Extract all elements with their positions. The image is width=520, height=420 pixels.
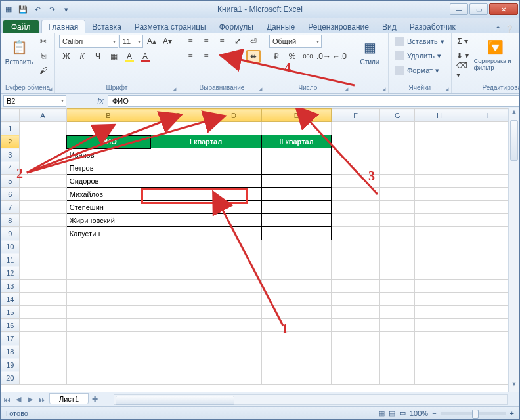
row-header[interactable]: 2: [1, 135, 20, 148]
cell[interactable]: [380, 306, 415, 319]
tab-view[interactable]: Вид: [376, 20, 403, 33]
cell[interactable]: [66, 253, 150, 266]
cell[interactable]: [261, 266, 331, 280]
row-header[interactable]: 5: [1, 175, 20, 188]
paste-button[interactable]: 📋 Вставить: [5, 35, 33, 66]
cell[interactable]: [206, 240, 261, 253]
cell[interactable]: [380, 188, 415, 201]
underline-button[interactable]: Ч: [91, 50, 105, 63]
cell[interactable]: [150, 345, 206, 358]
cell[interactable]: [261, 293, 331, 306]
cell[interactable]: Степешин: [66, 201, 150, 214]
cell[interactable]: [415, 306, 464, 319]
new-sheet-icon[interactable]: ✚: [89, 395, 100, 404]
number-format-combo[interactable]: Общий: [269, 35, 322, 48]
cell[interactable]: [415, 214, 464, 227]
cell[interactable]: [464, 358, 512, 371]
cell[interactable]: [332, 266, 380, 280]
cell[interactable]: [332, 122, 380, 135]
cell[interactable]: [380, 161, 415, 175]
row-header[interactable]: 1: [1, 122, 20, 135]
cell[interactable]: [19, 345, 66, 358]
cell[interactable]: [150, 266, 206, 280]
cell[interactable]: [261, 227, 331, 240]
cell[interactable]: [464, 122, 512, 135]
cell[interactable]: [19, 280, 66, 293]
qat-save-icon[interactable]: 💾: [16, 3, 30, 16]
autosum-icon[interactable]: Σ ▾: [456, 35, 470, 48]
close-button[interactable]: ✕: [489, 3, 518, 15]
cell[interactable]: Жириновский: [66, 214, 150, 227]
cell[interactable]: [66, 332, 150, 345]
cell[interactable]: [464, 148, 512, 161]
cell[interactable]: [150, 319, 206, 332]
cell[interactable]: [206, 280, 261, 293]
sheet-tab[interactable]: Лист1: [49, 393, 89, 404]
copy-icon[interactable]: ⎘: [36, 49, 51, 62]
delete-cells-button[interactable]: Удалить ▾: [393, 49, 447, 62]
cell[interactable]: [19, 122, 66, 135]
cell[interactable]: [464, 266, 512, 280]
bold-button[interactable]: Ж: [59, 50, 74, 63]
cell[interactable]: [150, 253, 206, 266]
cell[interactable]: [415, 293, 464, 306]
cell[interactable]: [464, 332, 512, 345]
cell[interactable]: [464, 188, 512, 201]
row-header[interactable]: 6: [1, 188, 20, 201]
cell[interactable]: [150, 148, 206, 161]
cell[interactable]: [19, 253, 66, 266]
vertical-scrollbar[interactable]: ▲ ▼: [508, 108, 519, 392]
cell[interactable]: [19, 358, 66, 371]
cell[interactable]: [19, 371, 66, 385]
help-icon[interactable]: ❔: [505, 25, 514, 33]
cell[interactable]: [261, 148, 331, 161]
shrink-font-icon[interactable]: A▾: [160, 35, 175, 48]
clear-icon[interactable]: ⌫ ▾: [456, 64, 470, 77]
cell[interactable]: [261, 122, 331, 135]
align-middle-icon[interactable]: ≡: [199, 35, 213, 48]
cell[interactable]: [415, 345, 464, 358]
decrease-indent-icon[interactable]: ⇤: [230, 50, 245, 63]
cell[interactable]: [380, 253, 415, 266]
styles-button[interactable]: ▦ Стили: [355, 35, 384, 66]
currency-icon[interactable]: ₽: [269, 50, 284, 63]
cell[interactable]: [150, 188, 206, 201]
cell[interactable]: [206, 148, 261, 161]
cell[interactable]: [66, 319, 150, 332]
cell[interactable]: [415, 280, 464, 293]
col-header[interactable]: F: [332, 109, 380, 122]
sheet-nav-next-icon[interactable]: ▶: [24, 395, 36, 404]
cell[interactable]: [206, 122, 261, 135]
cell[interactable]: [464, 161, 512, 175]
cell[interactable]: [206, 214, 261, 227]
cell[interactable]: [261, 358, 331, 371]
cell[interactable]: [332, 175, 380, 188]
formula-input[interactable]: ФИО: [108, 95, 519, 107]
cell[interactable]: [415, 253, 464, 266]
cell[interactable]: [150, 214, 206, 227]
col-header[interactable]: H: [415, 109, 464, 122]
cell[interactable]: [332, 293, 380, 306]
cell[interactable]: [206, 319, 261, 332]
cell[interactable]: [206, 266, 261, 280]
cell[interactable]: [261, 253, 331, 266]
cell[interactable]: [261, 188, 331, 201]
cell[interactable]: [464, 214, 512, 227]
cell[interactable]: [464, 135, 512, 148]
cell[interactable]: [150, 227, 206, 240]
zoom-out-icon[interactable]: −: [432, 410, 436, 417]
cell[interactable]: [332, 148, 380, 161]
cell[interactable]: [206, 253, 261, 266]
tab-data[interactable]: Данные: [260, 20, 301, 33]
cell[interactable]: [150, 161, 206, 175]
cell[interactable]: II квартал: [261, 135, 331, 148]
worksheet-area[interactable]: A B C D E F G H I 12ФИОI кварталII кварт…: [1, 108, 519, 392]
cell[interactable]: [261, 240, 331, 253]
minimize-button[interactable]: —: [450, 3, 468, 15]
cell[interactable]: [150, 358, 206, 371]
increase-decimal-icon[interactable]: .0→: [316, 50, 331, 63]
cell[interactable]: [206, 188, 261, 201]
cell[interactable]: [332, 319, 380, 332]
qat-redo-icon[interactable]: ↷: [45, 3, 58, 16]
scroll-up-icon[interactable]: ▲: [509, 108, 519, 119]
